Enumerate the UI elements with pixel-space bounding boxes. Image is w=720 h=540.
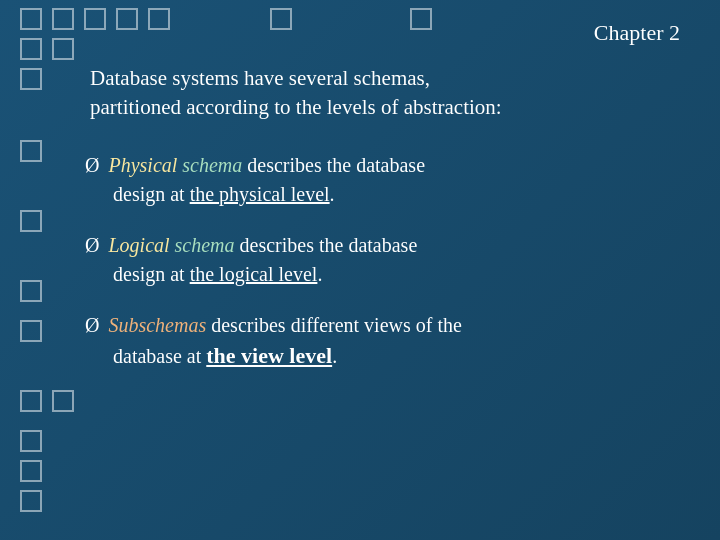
deco-square — [20, 460, 42, 482]
intro-line2: partitioned according to the levels of a… — [90, 95, 502, 119]
text-physical-underline: the physical level — [190, 183, 330, 205]
bullet-logical: Ø Logical schema describes the database … — [30, 231, 690, 289]
arrow-subschemas: Ø — [85, 314, 99, 336]
deco-square — [20, 490, 42, 512]
deco-square — [52, 390, 74, 412]
text-physical-prefix: design at — [113, 183, 190, 205]
text-subschemas-underline: the view level — [206, 343, 332, 368]
bullet-logical-line2: design at the logical level. — [85, 260, 690, 289]
intro-line1: Database systems have several schemas, — [90, 66, 430, 90]
schema-physical: schema — [182, 154, 242, 176]
deco-square — [20, 390, 42, 412]
text-logical-underline: the logical level — [190, 263, 318, 285]
bullet-subschemas: Ø Subschemas describes different views o… — [30, 311, 690, 372]
arrow-logical: Ø — [85, 234, 99, 256]
arrow-physical: Ø — [85, 154, 99, 176]
bullet-subschemas-line1: Ø Subschemas describes different views o… — [85, 311, 690, 340]
bullet-physical-line1: Ø Physical schema describes the database — [85, 151, 690, 180]
chapter-text: Chapter 2 — [594, 20, 680, 45]
text-subschemas-suffix: . — [332, 345, 337, 367]
text-subschemas-1: describes different views of the — [211, 314, 462, 336]
text-logical-prefix: design at — [113, 263, 190, 285]
bullet-physical: Ø Physical schema describes the database… — [30, 151, 690, 209]
keyword-physical: Physical — [108, 154, 177, 176]
deco-square — [20, 210, 42, 232]
chapter-title: Chapter 2 — [30, 20, 690, 46]
text-logical-suffix: . — [317, 263, 322, 285]
text-logical-1: describes the database — [240, 234, 418, 256]
slide: Chapter 2 Database systems have several … — [0, 0, 720, 540]
keyword-logical: Logical — [108, 234, 169, 256]
bullet-subschemas-line2: database at the view level. — [85, 340, 690, 372]
bullet-logical-line1: Ø Logical schema describes the database — [85, 231, 690, 260]
intro-paragraph: Database systems have several schemas, p… — [30, 64, 690, 123]
bullet-physical-line2: design at the physical level. — [85, 180, 690, 209]
text-physical-suffix: . — [330, 183, 335, 205]
text-physical-1: describes the database — [247, 154, 425, 176]
schema-logical: schema — [175, 234, 235, 256]
keyword-subschemas: Subschemas — [108, 314, 206, 336]
text-subschemas-prefix: database at — [113, 345, 206, 367]
deco-square — [20, 430, 42, 452]
